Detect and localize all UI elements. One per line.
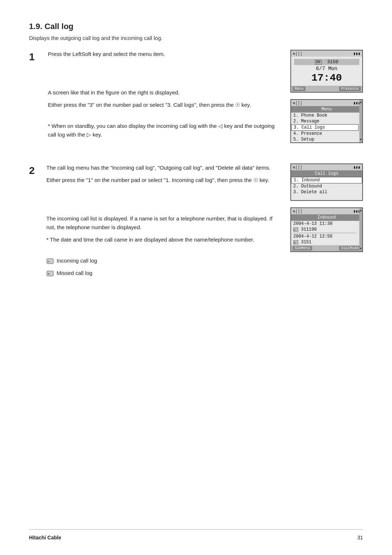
footer-divider: [29, 529, 363, 530]
inbound-entry-1: ← 311190: [291, 227, 359, 232]
scroll-up-icon: ▲: [360, 101, 362, 104]
entry-divider: [293, 233, 356, 233]
signal-icon-4: ⇆│││: [293, 209, 302, 214]
step-2-para-2: Either press the "1" on the number pad o…: [46, 176, 279, 185]
battery-icon: ▮▮▮: [353, 51, 360, 56]
menu-list: 1. Phone Book 2. Message 3. Call logs 4.…: [291, 113, 362, 142]
screen-menu: ⇆│││ ▮▮▮ Menu 1. Phone Book 2. Message 3…: [290, 99, 363, 143]
menu-scrollbar: ▲ ▼: [359, 100, 362, 142]
incoming-call-icon: ←: [46, 258, 54, 264]
incoming-icon-1: ←: [293, 227, 298, 232]
step-1-screens: ⇆│││ ▮▮▮ ON 3150 6/7 Mon 17:40 Menu Pres…: [290, 50, 363, 160]
step-1-number: 1: [29, 50, 48, 63]
step-2-number: 2: [29, 163, 46, 177]
svg-text:✕: ✕: [294, 241, 295, 244]
step-2-content: The call log menu has the "Incoming call…: [46, 163, 290, 294]
svg-text:←: ←: [294, 228, 296, 232]
section-subtitle: Displays the outgoing call log and the i…: [29, 35, 363, 41]
menu-item-4: 4. Presence: [291, 131, 359, 137]
calllogs-list: 1. Inbound 2. Outbound 3. Delete all: [291, 177, 362, 195]
battery-icon-3: ▮▮▮: [353, 165, 360, 170]
status-bar-menu: ⇆│││ ▮▮▮: [291, 100, 362, 106]
screen-extension: ON 3150: [294, 59, 359, 65]
footer-page: 31: [357, 535, 363, 540]
standby-softkeys: Menu Presence: [291, 86, 362, 92]
missed-call-icon: ✕: [46, 271, 54, 276]
svg-text:✕: ✕: [48, 272, 50, 276]
standby-body: ON 3150 6/7 Mon 17:40: [291, 57, 362, 86]
calllogs-header: Call logs: [291, 170, 362, 177]
step-2-para-4: * The date and time the call came in are…: [46, 235, 279, 244]
calllogs-item-2: 2. Outbound: [291, 183, 362, 189]
softkey-menu: Menu: [293, 86, 306, 91]
status-bar-calllogs: ⇆│││ ▮▮▮: [291, 164, 362, 170]
signal-icon-2: ⇆│││: [293, 101, 302, 105]
step-2-para-1: The call log menu has the "Incoming call…: [46, 163, 279, 172]
scroll-up-icon-2: ▲: [360, 209, 362, 212]
signal-icon-3: ⇆│││: [293, 165, 302, 170]
inbound-header: Inbound: [291, 214, 362, 221]
menu-item-5: 5. Setup: [291, 137, 359, 142]
step-1-para-4: * When on standby, you can also display …: [48, 122, 279, 139]
step-1-para-1: Press the LeftSoft key and select the me…: [48, 50, 279, 58]
step-2-screens: ⇆│││ ▮▮▮ Call logs 1. Inbound 2. Outboun…: [290, 163, 363, 269]
screen-standby: ⇆│││ ▮▮▮ ON 3150 6/7 Mon 17:40 Menu Pres…: [290, 50, 363, 93]
screen-date: 6/7 Mon: [294, 66, 359, 72]
menu-header: Menu: [291, 106, 362, 113]
softkey-submenu: SubMenu: [293, 246, 312, 251]
scroll-down-icon-2: ▼: [360, 247, 362, 251]
signal-icon: ⇆│││: [293, 51, 302, 56]
inbound-date-1: 2004-4-13 11:30: [291, 221, 359, 227]
menu-item-2: 2. Message: [291, 118, 359, 124]
step-2-incoming-legend: ← Incoming call log: [46, 256, 279, 265]
inbound-date-2: 2004-4-12 12:56: [291, 234, 359, 239]
step-1-para-2: A screen like that in the figure on the …: [48, 88, 279, 97]
inbound-entry-2: ✕ 3151: [291, 239, 359, 245]
step-1-row: 1 Press the LeftSoft key and select the …: [29, 50, 363, 160]
step-1-para-3: Either press the "3" on the number pad o…: [48, 101, 279, 109]
step-2-para-3: The incoming call list is displayed. If …: [46, 214, 279, 232]
footer-brand: Hitachi Cable: [29, 535, 61, 540]
page-container: 1.9. Call log Displays the outgoing call…: [0, 0, 392, 327]
step-2-row: 2 The call log menu has the "Incoming ca…: [29, 163, 363, 294]
section-title: 1.9. Call log: [29, 22, 363, 31]
screen-time: 17:40: [294, 72, 359, 84]
screen-inbound: ⇆│││ ▮▮▮ Inbound 2004-4-13 11:30 ← 31119…: [290, 207, 363, 252]
missed-icon-1: ✕: [293, 240, 298, 244]
scroll-down-icon: ▼: [360, 138, 362, 142]
inbound-softkeys: SubMenu DialMode: [291, 245, 362, 251]
calllogs-item-1: 1. Inbound: [291, 177, 362, 183]
step-2-missed-legend: ✕ Missed call log: [46, 269, 279, 278]
calllogs-item-3: 3. Delete all: [291, 189, 362, 195]
menu-item-3: 3. Call logs: [291, 124, 359, 131]
on-indicator: ON: [315, 60, 322, 65]
menu-item-1: 1. Phone Book: [291, 113, 359, 118]
softkey-dialmode: DialMode: [339, 246, 361, 251]
status-bar-inbound: ⇆│││ ▮▮▮: [291, 208, 362, 214]
inbound-scrollbar: ▲ ▼: [359, 208, 362, 251]
inbound-list: 2004-4-13 11:30 ← 311190 2004-4-12 12:56: [291, 221, 362, 245]
svg-text:←: ←: [48, 259, 50, 263]
footer: Hitachi Cable 31: [29, 535, 363, 540]
status-bar-standby: ⇆│││ ▮▮▮: [291, 50, 362, 57]
screen-calllogs: ⇆│││ ▮▮▮ Call logs 1. Inbound 2. Outboun…: [290, 163, 363, 201]
step-1-content: Press the LeftSoft key and select the me…: [48, 50, 290, 156]
softkey-presence: Presence: [339, 86, 361, 91]
